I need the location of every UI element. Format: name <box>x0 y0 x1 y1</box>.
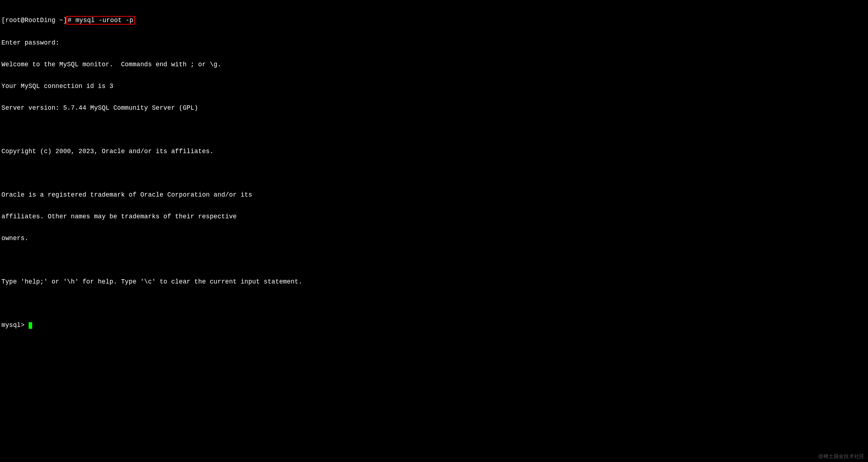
cursor-icon <box>29 322 32 329</box>
terminal-output-line: Oracle is a registered trademark of Orac… <box>1 191 867 198</box>
terminal-output-line <box>1 126 867 133</box>
highlighted-command: # mysql -uroot -p <box>66 16 135 25</box>
terminal-output-line: Server version: 5.7.44 MySQL Community S… <box>1 104 867 112</box>
shell-prompt-line: [root@RootDing ~]# mysql -uroot -p <box>1 16 867 25</box>
terminal-output-line: Copyright (c) 2000, 2023, Oracle and/or … <box>1 148 867 155</box>
mysql-prompt-line[interactable]: mysql> <box>1 322 867 329</box>
watermark-text: @稀土掘金技术社区 <box>818 453 864 460</box>
terminal-output-line: Type 'help;' or '\h' for help. Type '\c'… <box>1 278 867 285</box>
terminal-output-line <box>1 169 867 177</box>
terminal-output-line: Enter password: <box>1 39 867 46</box>
terminal-window[interactable]: [root@RootDing ~]# mysql -uroot -p Enter… <box>1 1 867 336</box>
terminal-output-line <box>1 300 867 307</box>
terminal-output-line: Welcome to the MySQL monitor. Commands e… <box>1 61 867 68</box>
shell-prompt-prefix: [root@RootDing ~] <box>1 17 67 24</box>
terminal-output-line <box>1 256 867 264</box>
terminal-output-line: owners. <box>1 235 867 242</box>
terminal-output-line: affiliates. Other names may be trademark… <box>1 213 867 220</box>
mysql-prompt: mysql> <box>1 322 29 329</box>
terminal-output-line: Your MySQL connection id is 3 <box>1 83 867 90</box>
